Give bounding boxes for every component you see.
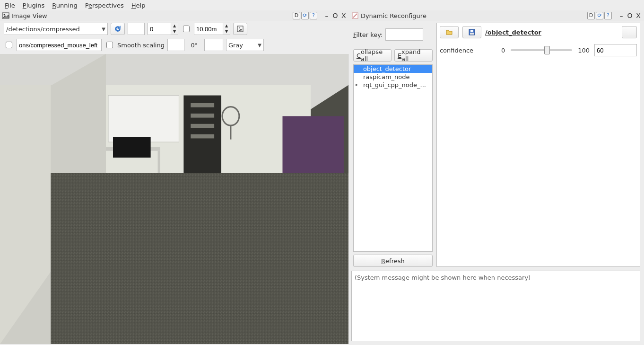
svg-rect-19 [113, 137, 151, 158]
refresh-topics-button[interactable] [111, 23, 125, 35]
tree-item-label: rqt_gui_cpp_node_... [363, 81, 426, 88]
edit-icon [351, 12, 359, 19]
close-icon[interactable]: X [635, 12, 642, 19]
undock-icon[interactable]: O [626, 12, 634, 19]
image-icon [2, 12, 9, 19]
chevron-down-icon: ▼ [102, 27, 105, 32]
load-config-button[interactable] [440, 26, 459, 38]
param-max: 100 [578, 47, 590, 54]
checkbox-smooth[interactable] [106, 42, 113, 48]
tree-item-label: raspicam_node [363, 73, 410, 80]
image-view-title: Image View [11, 12, 47, 19]
minimize-icon[interactable]: – [618, 12, 625, 19]
system-message-text: (System message might be shown here when… [355, 274, 531, 281]
menu-running[interactable]: Running [52, 2, 77, 9]
filter-label: Filter key: [353, 31, 383, 38]
close-icon[interactable]: X [340, 12, 348, 19]
chevron-right-icon[interactable]: ▸ [356, 82, 358, 87]
svg-rect-2 [237, 26, 243, 32]
svg-rect-9 [191, 103, 214, 107]
filter-input[interactable] [385, 28, 423, 41]
smooth-scaling-label: Smooth scaling [117, 42, 165, 49]
expand-all-button[interactable]: Expand all [394, 49, 433, 62]
tree-item-rqt-gui[interactable]: ▸ rqt_gui_cpp_node_... [354, 81, 432, 89]
svg-rect-31 [470, 30, 473, 32]
svg-rect-11 [191, 124, 214, 128]
svg-rect-10 [191, 114, 214, 118]
topic-combo-value: /detections/compressed [6, 26, 80, 33]
checkbox-mouse-left[interactable] [6, 42, 12, 48]
tree-item-label: object_detector [363, 65, 411, 72]
floppy-icon [468, 28, 476, 36]
spin-1-input[interactable] [148, 24, 171, 34]
image-view-toolbar-2: Smooth scaling 0° Gray ▼ [0, 37, 349, 53]
node-title: /object_detector [485, 29, 618, 36]
svg-rect-12 [191, 134, 214, 139]
param-confidence-row: confidence 0 100 [440, 44, 637, 56]
angle-label: 0° [187, 42, 201, 49]
field-empty-2[interactable] [167, 39, 184, 51]
camera-image [0, 54, 348, 344]
dynrec-params-panel: /object_detector confidence 0 100 [436, 23, 640, 267]
spin-up-icon[interactable]: ▲ [171, 23, 178, 29]
image-view-toolbar-1: /detections/compressed ▼ ▲ ▼ ▲ [0, 21, 349, 37]
close-node-button[interactable] [622, 26, 637, 38]
svg-rect-7 [108, 96, 179, 142]
colormap-combo[interactable]: Gray ▼ [226, 39, 264, 51]
dynrec-header: Dynamic Reconfigure D ⟳ ? – O X [349, 10, 644, 21]
svg-rect-32 [470, 33, 474, 35]
save-image-button[interactable] [233, 23, 247, 35]
help-icon[interactable]: ? [604, 12, 612, 19]
chevron-down-icon: ▼ [258, 43, 261, 48]
image-view-header: Image View D ⟳ ? – O X [0, 10, 349, 21]
svg-point-3 [239, 27, 240, 28]
checkbox-1[interactable] [183, 26, 190, 32]
param-min: 0 [501, 47, 505, 54]
menubar: File Plugins Running Perspectives Help [0, 0, 644, 10]
node-tree[interactable]: object_detector raspicam_node ▸ rqt_gui_… [353, 64, 433, 252]
refresh-button[interactable]: Refresh [353, 255, 433, 267]
refresh-icon[interactable]: ⟳ [596, 12, 603, 19]
svg-rect-24 [51, 173, 348, 344]
param-label: confidence [440, 47, 496, 54]
menu-file[interactable]: File [5, 2, 15, 9]
minimize-icon[interactable]: – [323, 12, 331, 19]
tree-item-raspicam-node[interactable]: raspicam_node [354, 73, 432, 81]
spin-up-icon[interactable]: ▲ [223, 23, 230, 29]
spin-1[interactable]: ▲ ▼ [148, 23, 178, 35]
spin-down-icon[interactable]: ▼ [223, 29, 230, 35]
menu-help[interactable]: Help [131, 2, 146, 9]
tree-item-object-detector[interactable]: object_detector [354, 65, 432, 73]
confidence-value-input[interactable] [594, 44, 637, 56]
folder-open-icon [445, 28, 453, 36]
refresh-icon[interactable]: ⟳ [301, 12, 309, 19]
field-empty-3[interactable] [204, 39, 223, 51]
svg-point-1 [4, 14, 5, 16]
undock-icon[interactable]: O [331, 12, 339, 19]
spin-2-input[interactable] [194, 24, 223, 34]
system-message-area: (System message might be shown here when… [351, 271, 640, 341]
refresh-icon [114, 25, 122, 33]
menu-perspectives[interactable]: Perspectives [85, 2, 124, 9]
field-empty-1[interactable] [128, 23, 145, 35]
save-icon [236, 25, 244, 33]
collapse-all-button[interactable]: Collapse all [353, 49, 392, 62]
menu-plugins[interactable]: Plugins [23, 2, 45, 9]
dynrec-title: Dynamic Reconfigure [361, 12, 426, 19]
svg-rect-18 [158, 151, 160, 177]
btn-header-d[interactable]: D [293, 12, 300, 19]
save-config-button[interactable] [462, 26, 481, 38]
help-icon[interactable]: ? [310, 12, 317, 19]
spin-2[interactable]: ▲ ▼ [194, 23, 230, 35]
confidence-slider[interactable] [511, 49, 572, 51]
mouse-left-field[interactable] [17, 39, 102, 51]
btn-header-d[interactable]: D [587, 12, 595, 19]
colormap-value: Gray [228, 42, 243, 49]
spin-down-icon[interactable]: ▼ [171, 29, 178, 35]
topic-combo[interactable]: /detections/compressed ▼ [4, 23, 108, 35]
